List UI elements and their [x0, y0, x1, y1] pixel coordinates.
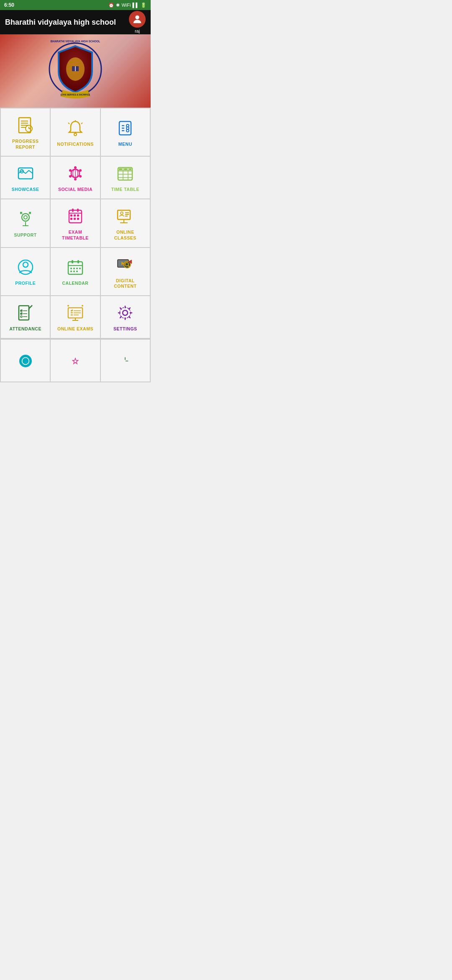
signal-icon: ▌▌	[132, 3, 139, 8]
app-header: Bharathi vidyalaya high school raj	[0, 10, 151, 34]
svg-point-36	[69, 169, 72, 172]
grid-item-digital-content[interactable]: DIGITALCONTENT	[101, 248, 150, 295]
svg-point-53	[24, 216, 27, 219]
online-classes-label: ONLINECLASSES	[114, 230, 136, 241]
grid-item-partial-2[interactable]	[51, 340, 100, 382]
settings-icon	[115, 303, 135, 323]
grid-item-partial-3[interactable]	[101, 340, 150, 382]
notifications-label: NOTIFICATIONS	[57, 142, 93, 147]
exam-timetable-label: EXAMTIMETABLE	[62, 230, 89, 241]
grid-item-showcase[interactable]: SHOWCASE	[1, 157, 50, 199]
svg-point-79	[76, 268, 78, 269]
time-table-label: TIME TABLE	[111, 187, 139, 193]
avatar[interactable]	[129, 11, 146, 28]
svg-point-31	[74, 166, 77, 169]
grid-item-partial-1[interactable]	[1, 340, 50, 382]
svg-rect-89	[19, 306, 29, 320]
svg-point-34	[74, 178, 77, 181]
svg-rect-61	[70, 218, 72, 220]
calendar-icon	[65, 257, 85, 277]
attendance-icon	[15, 303, 36, 323]
svg-rect-59	[74, 214, 76, 217]
social-media-label: SOCIAL MEDIA	[58, 187, 92, 193]
user-profile[interactable]: raj	[129, 11, 146, 34]
grid-item-online-classes[interactable]: ONLINECLASSES	[101, 199, 150, 247]
profile-label: PROFILE	[15, 281, 36, 286]
status-time: 6:50	[4, 2, 14, 8]
menu-label: MENU	[118, 142, 132, 147]
svg-rect-76	[77, 260, 79, 263]
svg-rect-62	[74, 218, 76, 220]
notifications-icon	[65, 118, 85, 138]
grid-item-menu[interactable]: MENU	[101, 108, 150, 156]
grid-item-settings[interactable]: SETTINGS	[101, 296, 150, 338]
svg-point-52	[22, 214, 29, 221]
online-exams-icon	[65, 303, 85, 323]
svg-rect-49	[119, 168, 122, 170]
svg-rect-57	[77, 209, 79, 212]
bluetooth-icon: ✱	[116, 3, 120, 8]
online-exams-label: ONLINE EXAMS	[57, 326, 93, 332]
partial-icon-1	[19, 355, 32, 367]
grid-item-calendar[interactable]: CALENDAR	[51, 248, 100, 295]
menu-grid: PROGRESSREPORT NOTIFICATIONS	[0, 108, 151, 339]
partial-icon-3	[119, 355, 131, 367]
svg-line-18	[81, 123, 82, 124]
svg-point-0	[135, 15, 139, 19]
svg-point-82	[73, 271, 75, 272]
partial-icon-2	[69, 355, 82, 367]
support-label: SUPPORT	[14, 232, 37, 238]
svg-point-111	[123, 310, 128, 315]
svg-rect-51	[129, 168, 131, 170]
school-logo: LOVE SERVICE & SACRIFICE BHARATHI VIDYAL…	[46, 38, 105, 105]
user-avatar-icon	[131, 13, 143, 25]
svg-point-15	[74, 133, 77, 136]
time-table-icon	[115, 163, 135, 183]
wifi-icon: WiFi	[121, 3, 131, 8]
social-media-icon	[65, 163, 85, 183]
svg-point-67	[121, 212, 123, 214]
bottom-partial-row	[0, 339, 151, 382]
svg-rect-58	[70, 214, 72, 217]
svg-point-80	[79, 268, 81, 269]
progress-report-icon	[15, 115, 36, 135]
status-icons: ⏰ ✱ WiFi ▌▌ 🔋	[108, 3, 146, 8]
grid-item-progress-report[interactable]: PROGRESSREPORT	[1, 108, 50, 156]
digital-content-icon	[115, 255, 135, 275]
svg-rect-50	[124, 168, 127, 170]
svg-point-77	[70, 268, 72, 269]
digital-content-label: DIGITALCONTENT	[114, 278, 136, 289]
menu-icon	[115, 118, 135, 138]
settings-label: SETTINGS	[113, 326, 137, 332]
grid-item-profile[interactable]: PROFILE	[1, 248, 50, 295]
svg-point-78	[73, 268, 75, 269]
username-label: raj	[135, 28, 140, 34]
profile-icon	[15, 257, 36, 277]
grid-item-exam-timetable[interactable]: EXAMTIMETABLE	[51, 199, 100, 247]
svg-point-72	[23, 262, 28, 267]
svg-rect-63	[77, 218, 79, 220]
grid-item-social-media[interactable]: SOCIAL MEDIA	[51, 157, 100, 199]
svg-point-25	[126, 129, 129, 132]
status-bar: 6:50 ⏰ ✱ WiFi ▌▌ 🔋	[0, 0, 151, 10]
grid-item-attendance[interactable]: ATTENDANCE	[1, 296, 50, 338]
svg-point-35	[69, 175, 72, 178]
svg-point-113	[22, 358, 29, 365]
grid-item-online-exams[interactable]: ONLINE EXAMS	[51, 296, 100, 338]
svg-rect-60	[77, 214, 79, 217]
grid-item-support[interactable]: SUPPORT	[1, 199, 50, 247]
showcase-icon	[15, 163, 36, 183]
battery-icon: 🔋	[141, 3, 146, 8]
progress-report-label: PROGRESSREPORT	[12, 139, 39, 150]
online-classes-icon	[115, 206, 135, 226]
app-title: Bharathi vidyalaya high school	[5, 18, 116, 27]
calendar-label: CALENDAR	[62, 281, 89, 286]
svg-point-94	[21, 316, 22, 317]
svg-rect-56	[72, 209, 74, 212]
grid-item-notifications[interactable]: NOTIFICATIONS	[51, 108, 100, 156]
svg-point-33	[79, 175, 82, 178]
showcase-label: SHOWCASE	[12, 187, 39, 193]
svg-text:BHARATHI VIDYALAYA HIGH SCHOOL: BHARATHI VIDYALAYA HIGH SCHOOL	[51, 40, 100, 43]
attendance-label: ATTENDANCE	[9, 326, 41, 332]
grid-item-time-table[interactable]: TIME TABLE	[101, 157, 150, 199]
